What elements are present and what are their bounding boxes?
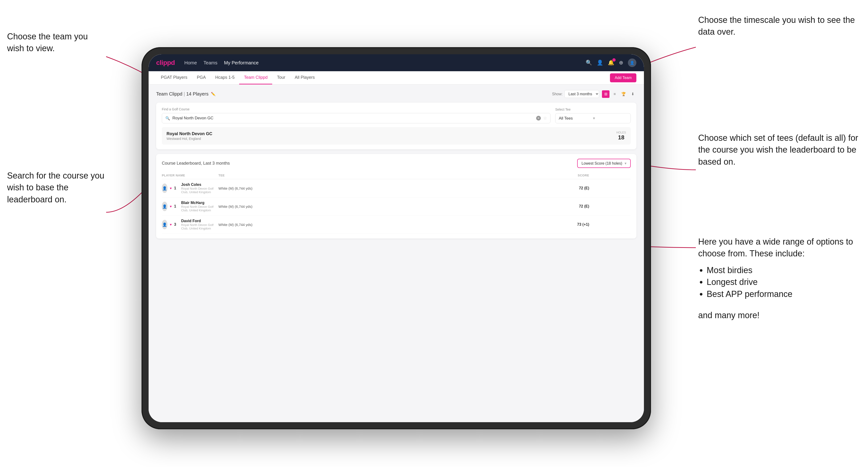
leaderboard-table: PLAYER NAME TEE SCORE 👤 ♥ 1 [162,172,631,234]
ipad-screen: clippd Home Teams My Performance 🔍 👤 🔔 ⊕… [149,54,644,422]
person-icon[interactable]: 👤 [597,60,603,66]
tee-cell-3: White (M) (6,744 yds) [218,223,546,227]
download-icon[interactable]: ⬇ [629,90,637,98]
settings-icon[interactable]: ⊕ [619,60,623,66]
table-row: 👤 ♥ 1 Blair McHarg Royal North Devon Gol… [162,197,631,216]
player-cell-2: 👤 ♥ 1 Blair McHarg Royal North Devon Gol… [162,201,218,212]
score-type-select[interactable]: Lowest Score (18 holes) ▾ [577,159,631,168]
tee-cell-2: White (M) (6,744 yds) [218,205,546,209]
player-details-3: David Ford Royal North Devon Golf Club, … [181,219,218,230]
tee-select-col: Select Tee All Tees ▾ [555,107,631,123]
sub-nav-all-players[interactable]: All Players [290,71,319,85]
notification-badge [612,58,616,62]
sub-nav: PGAT Players PGA Hcaps 1-5 Team Clippd T… [149,71,644,85]
player-cell-3: 👤 ♥ 3 David Ford Royal North Devon Golf … [162,219,218,230]
player-club-2: Royal North Devon Golf Club, United King… [181,205,218,212]
view-icons: ⊞ ≡ 🏆 ⬇ [602,90,637,98]
ipad-inner: clippd Home Teams My Performance 🔍 👤 🔔 ⊕… [149,54,644,422]
add-team-button[interactable]: Add Team [610,73,637,82]
bullet-birdies: Most birdies [707,264,854,276]
course-name: Royal North Devon GC [166,131,616,136]
player-rank-3: 3 [174,222,179,227]
col-player-name: PLAYER NAME [162,174,218,177]
holes-box: Holes 18 [616,131,626,141]
bullet-app: Best APP performance [707,288,854,300]
search-section: Find a Golf Course 🔍 ✕ ☆ Select Tee [156,102,637,149]
nav-icons: 🔍 👤 🔔 ⊕ 👤 [586,59,637,67]
app-logo: clippd [156,59,175,66]
score-cell-2: 72 (E) [546,204,593,209]
course-result: Royal North Devon GC Westward Hol, Engla… [162,127,631,145]
leaderboard-title: Course Leaderboard, Last 3 months [162,161,230,166]
tee-cell-1: White (M) (6,744 yds) [218,186,546,190]
bell-icon[interactable]: 🔔 [608,60,614,66]
time-period-select[interactable]: Last 3 months [564,90,599,98]
team-title: Team Clippd | 14 Players [156,91,209,97]
top-nav: clippd Home Teams My Performance 🔍 👤 🔔 ⊕… [149,54,644,71]
player-cell-1: 👤 ♥ 1 Josh Coles Royal North Devon Golf … [162,183,218,194]
sub-nav-tour[interactable]: Tour [272,71,290,85]
heart-icon-3[interactable]: ♥ [170,223,172,226]
leaderboard-header: Course Leaderboard, Last 3 months Lowest… [162,159,631,168]
score-option-label: Lowest Score (18 holes) [582,161,622,165]
search-icon-inner: 🔍 [165,116,170,121]
sub-nav-pga[interactable]: PGA [192,71,210,85]
find-course-label: Find a Golf Course [162,107,551,111]
and-more-text: and many more! [698,309,854,321]
tee-select-wrapper[interactable]: All Tees ▾ [555,113,631,123]
player-rank-1: 1 [174,186,179,190]
player-rank-2: 1 [174,204,179,209]
search-icon[interactable]: 🔍 [586,60,592,66]
grid-view-icon[interactable]: ⊞ [602,90,610,98]
leaderboard-section: Course Leaderboard, Last 3 months Lowest… [156,154,637,239]
col-score: SCORE [546,174,593,177]
player-count: 14 Players [186,91,209,96]
trophy-icon[interactable]: 🏆 [620,90,627,98]
tee-label: Select Tee [555,107,631,111]
annotation-middle-left: Search for the course you wish to base t… [7,170,106,206]
table-header: PLAYER NAME TEE SCORE [162,172,631,179]
tee-value: All Tees [559,116,593,121]
star-icon[interactable]: ☆ [543,116,547,121]
holes-value: 18 [616,134,626,141]
course-search-input[interactable] [173,116,534,121]
score-cell-1: 72 (E) [546,186,593,190]
player-club-1: Royal North Devon Golf Club, United King… [181,187,218,194]
player-details-2: Blair McHarg Royal North Devon Golf Club… [181,201,218,212]
player-name-3: David Ford [181,219,218,223]
bullet-drive: Longest drive [707,276,854,288]
nav-links: Home Teams My Performance [184,60,258,66]
sub-nav-hcaps[interactable]: Hcaps 1-5 [210,71,239,85]
heart-icon-1[interactable]: ♥ [170,186,172,190]
search-row: Find a Golf Course 🔍 ✕ ☆ Select Tee [162,107,631,123]
sub-nav-pgat[interactable]: PGAT Players [156,71,192,85]
player-avatar-3: 👤 [162,220,167,229]
nav-teams[interactable]: Teams [204,60,217,66]
sub-nav-team-clippd[interactable]: Team Clippd [239,71,272,85]
player-avatar-2: 👤 [162,201,167,211]
score-chevron-icon: ▾ [625,161,626,165]
annotation-top-right: Choose the timescale you wish to see the… [698,14,859,38]
user-avatar[interactable]: 👤 [628,59,637,67]
annotation-tee-select: Choose which set of tees (default is all… [698,132,859,168]
annotation-options: Here you have a wide range of options to… [698,236,854,321]
table-row: 👤 ♥ 1 Josh Coles Royal North Devon Golf … [162,179,631,197]
nav-my-performance[interactable]: My Performance [224,60,259,66]
leaderboard-subtitle: Last 3 months [203,161,230,165]
col-tee: TEE [218,174,546,177]
course-search-wrapper: 🔍 ✕ ☆ [162,113,551,123]
course-location: Westward Hol, England [166,137,616,141]
nav-home[interactable]: Home [184,60,197,66]
heart-icon-2[interactable]: ♥ [170,205,172,208]
player-name-2: Blair McHarg [181,201,218,205]
show-label: Show: [552,92,563,96]
player-name-1: Josh Coles [181,183,218,187]
holes-label: Holes [616,131,626,134]
list-view-icon[interactable]: ≡ [611,90,618,98]
annotation-top-left: Choose the team you wish to view. [7,31,101,55]
team-edit-icon[interactable]: ✏️ [211,92,216,96]
player-avatar-1: 👤 [162,184,167,193]
course-search-col: Find a Golf Course 🔍 ✕ ☆ [162,107,551,123]
chevron-down-icon: ▾ [593,116,627,121]
search-clear-button[interactable]: ✕ [536,116,541,121]
